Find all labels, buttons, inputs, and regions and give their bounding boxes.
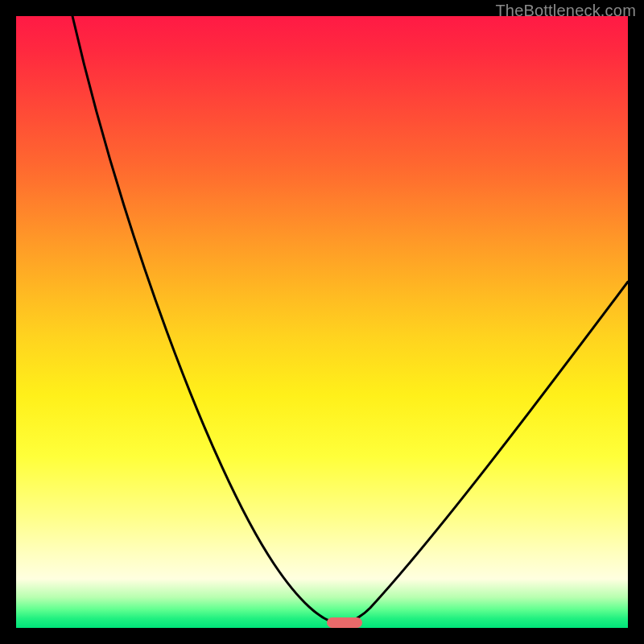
optimal-point-marker <box>327 617 362 628</box>
watermark-text: TheBottleneck.com <box>495 2 636 20</box>
curve-path <box>72 16 628 623</box>
plot-area <box>16 16 628 628</box>
chart-frame: TheBottleneck.com <box>0 0 644 644</box>
bottleneck-curve <box>16 16 628 628</box>
